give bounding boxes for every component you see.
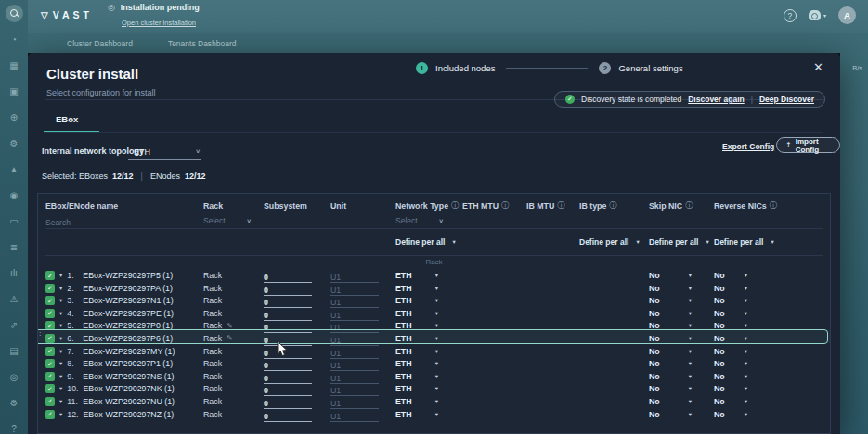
analytics-bars-icon[interactable]: ılı [6, 264, 23, 282]
row-checkbox[interactable]: ✓ [45, 372, 55, 381]
row-expand-caret-icon[interactable]: ▾ [59, 373, 62, 380]
reverse-nics-select[interactable]: No▾ [714, 321, 747, 330]
table-row[interactable]: ✓▾1.EBox-WZP290297P5 (1)Rack0U1ETH▾No▾No… [38, 267, 830, 280]
network-type-select[interactable]: ETH▾ [395, 347, 438, 356]
table-row[interactable]: ✓▾5.EBox-WZP290297P0 (1)Rack✎0U1ETH▾No▾N… [38, 317, 830, 330]
network-type-select[interactable]: ETH▾ [395, 296, 438, 305]
network-type-select[interactable]: ETH▾ [395, 359, 438, 368]
define-per-all-select[interactable]: Define per all▾ [649, 237, 714, 247]
table-row[interactable]: ✓▾11.EBox-WZP290297NU (1)Rack0U1ETH▾No▾N… [38, 393, 830, 406]
reverse-nics-select[interactable]: No▾ [714, 397, 747, 406]
edit-pencil-icon[interactable]: ✎ [227, 334, 233, 342]
security-shield-icon[interactable]: ▲ [6, 160, 23, 178]
table-row[interactable]: ✓▾2.EBox-WZP290297PA (1)Rack0U1ETH▾No▾No… [38, 280, 830, 293]
info-icon[interactable]: ⓘ [609, 200, 616, 211]
table-row[interactable]: ⋮⋮✓▾6.EBox-WZP290297P6 (1)Rack✎0U1ETH▾No… [38, 330, 830, 343]
row-expand-caret-icon[interactable]: ▾ [59, 398, 62, 405]
define-per-all-select[interactable]: Define per all▾ [395, 237, 462, 247]
network-type-filter-select[interactable]: Select ∨ [395, 216, 444, 225]
reverse-nics-select[interactable]: No▾ [714, 384, 747, 393]
help-icon[interactable]: ? [784, 9, 797, 22]
nav-tab-tenants-dashboard[interactable]: Tenants Dashboard [168, 39, 237, 48]
info-icon[interactable]: ⓘ [770, 200, 777, 211]
row-checkbox[interactable]: ✓ [45, 321, 55, 330]
table-row[interactable]: ✓▾3.EBox-WZP290297N1 (1)Rack0U1ETH▾No▾No… [38, 292, 830, 305]
row-expand-caret-icon[interactable]: ▾ [59, 297, 62, 304]
network-type-select[interactable]: ETH▾ [395, 321, 438, 330]
avatar[interactable]: A [838, 6, 856, 24]
skip-nic-select[interactable]: No▾ [649, 271, 692, 280]
row-expand-caret-icon[interactable]: ▾ [59, 310, 62, 317]
row-expand-caret-icon[interactable]: ▾ [59, 348, 62, 355]
row-checkbox[interactable]: ✓ [45, 284, 55, 293]
row-expand-caret-icon[interactable]: ▾ [59, 411, 62, 418]
row-checkbox[interactable]: ✓ [45, 334, 55, 343]
table-row[interactable]: ✓▾8.EBox-WZP290297P1 (1)Rack0U1ETH▾No▾No… [38, 355, 830, 368]
skip-nic-select[interactable]: No▾ [649, 321, 692, 330]
row-checkbox[interactable]: ✓ [45, 347, 55, 356]
network-type-select[interactable]: ETH▾ [395, 309, 438, 318]
table-row[interactable]: ✓▾4.EBox-WZP290297PE (1)Rack0U1ETH▾No▾No… [38, 305, 830, 318]
row-checkbox[interactable]: ✓ [45, 271, 55, 280]
tab-ebox[interactable]: EBox [56, 114, 78, 124]
storage-icon[interactable]: ▣ [6, 83, 23, 100]
row-expand-caret-icon[interactable]: ▾ [59, 385, 62, 392]
reverse-nics-select[interactable]: No▾ [714, 410, 747, 419]
row-expand-caret-icon[interactable]: ▾ [59, 322, 62, 329]
row-checkbox[interactable]: ✓ [45, 410, 55, 419]
network-type-select[interactable]: ETH▾ [395, 410, 438, 419]
discover-again-link[interactable]: Discover again [688, 95, 744, 104]
table-row[interactable]: ✓▾10.EBox-WZP290297NK (1)Rack0U1ETH▾No▾N… [38, 380, 830, 393]
rack-filter-select[interactable]: Select ∨ [203, 216, 252, 225]
skip-nic-select[interactable]: No▾ [649, 384, 692, 393]
performance-arrows-icon[interactable]: ⇗ [6, 316, 23, 334]
edit-pencil-icon[interactable]: ✎ [227, 322, 233, 330]
info-icon[interactable]: ⓘ [501, 200, 509, 211]
info-icon[interactable]: ⓘ [685, 200, 693, 211]
row-checkbox[interactable]: ✓ [45, 359, 55, 368]
network-type-select[interactable]: ETH▾ [395, 284, 438, 293]
reverse-nics-select[interactable]: No▾ [714, 284, 747, 293]
skip-nic-select[interactable]: No▾ [649, 284, 692, 293]
reverse-nics-select[interactable]: No▾ [714, 334, 747, 343]
row-checkbox[interactable]: ✓ [45, 384, 55, 393]
search-input[interactable]: Search [45, 212, 203, 229]
vast-logo[interactable]: ▽ VAST [41, 9, 93, 20]
skip-nic-select[interactable]: No▾ [649, 347, 692, 356]
row-expand-caret-icon[interactable]: ▾ [59, 272, 62, 279]
database-icon[interactable]: ≣ [6, 238, 23, 256]
network-type-select[interactable]: ETH▾ [395, 397, 438, 406]
settings-gear-icon[interactable]: ⚙ [6, 394, 23, 412]
skip-nic-select[interactable]: No▾ [649, 372, 692, 381]
open-cluster-installation-link[interactable]: Open cluster installation [122, 19, 196, 27]
row-checkbox[interactable]: ✓ [45, 309, 55, 318]
unit-input[interactable]: U1 [330, 412, 379, 422]
info-icon[interactable]: ⓘ [557, 200, 564, 211]
reverse-nics-select[interactable]: No▾ [714, 271, 747, 280]
search-icon[interactable] [6, 5, 23, 22]
skip-nic-select[interactable]: No▾ [649, 309, 692, 318]
skip-nic-select[interactable]: No▾ [649, 359, 692, 368]
row-expand-caret-icon[interactable]: ▾ [59, 335, 62, 342]
network-type-select[interactable]: ETH▾ [395, 334, 438, 343]
row-expand-caret-icon[interactable]: ▾ [59, 360, 62, 367]
export-config-link[interactable]: Export Config [722, 142, 774, 151]
drag-handle-icon[interactable]: ⋮⋮ [37, 331, 41, 339]
deep-discover-link[interactable]: Deep Discover [759, 95, 814, 104]
network-type-select[interactable]: ETH▾ [395, 271, 438, 280]
network-globe-icon[interactable]: ⊕ [6, 108, 23, 126]
users-icon[interactable]: ◎ [6, 368, 23, 386]
table-row[interactable]: ✓▾9.EBox-WZP290297NS (1)Rack0U1ETH▾No▾No… [38, 368, 830, 381]
subsystem-input[interactable]: 0 [264, 412, 312, 422]
define-per-all-select[interactable]: Define per all▾ [714, 237, 781, 247]
reverse-nics-select[interactable]: No▾ [714, 359, 747, 368]
row-expand-caret-icon[interactable]: ▾ [59, 285, 62, 292]
network-type-select[interactable]: ETH▾ [395, 384, 438, 393]
skip-nic-select[interactable]: No▾ [649, 410, 692, 419]
skip-nic-select[interactable]: No▾ [649, 397, 692, 406]
skip-nic-select[interactable]: No▾ [649, 334, 692, 343]
hardware-icon[interactable]: ▤ [6, 342, 23, 360]
network-type-select[interactable]: ETH▾ [395, 372, 438, 381]
api-brackets-icon[interactable]: ▭ [6, 212, 23, 230]
close-icon[interactable]: ✕ [813, 60, 823, 74]
